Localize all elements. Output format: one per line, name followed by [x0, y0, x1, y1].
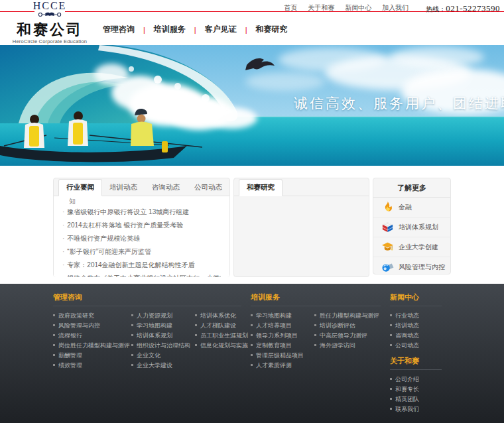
main-nav-item[interactable]: 客户见证 — [196, 24, 245, 35]
footer-link[interactable]: 岗位胜任力模型构建与测评 — [53, 341, 131, 351]
footer-link[interactable]: 政府政策研究 — [53, 311, 131, 321]
tab-company-news[interactable]: 公司动态 — [187, 180, 229, 196]
main-nav-item[interactable]: 培训服务 — [145, 24, 194, 35]
footer-link-label: 企业文化 — [137, 352, 160, 359]
square-bullet-icon — [195, 344, 197, 346]
footer-link[interactable]: 企业大学建设 — [131, 361, 195, 371]
news-item[interactable]: ·豫省级银行中原银行将设立 13城商行组建 — [62, 206, 221, 219]
news-item[interactable]: ·2014去杠杆将落地 银行资产质量受考验 — [62, 219, 221, 232]
square-bullet-icon — [390, 408, 392, 410]
footer-subcolumn: 人力资源规划学习地图构建培训体系规划组织设计与治理结构企业文化企业大学建设 — [131, 311, 195, 371]
footer-link-label: 中高层领导力测评 — [320, 332, 367, 339]
footer-section-columns: 学习地图构建人才培养项目领导力系列项目定制教育项目管理层级精品项目人才素质评测胜… — [251, 311, 390, 371]
footer-section: 培训服务学习地图构建人才培养项目领导力系列项目定制教育项目管理层级精品项目人才素… — [251, 292, 390, 371]
footer-link[interactable]: 行业动态 — [390, 311, 451, 321]
research-content-empty — [234, 196, 369, 276]
footer-link[interactable]: 学习地图构建 — [131, 321, 195, 331]
square-bullet-icon — [251, 334, 253, 336]
footer-link[interactable]: 人才素质评测 — [251, 361, 314, 371]
footer-section-columns: 政府政策研究风险管理与内控流程银行岗位胜任力模型构建与测评薪酬管理绩效管理人力资… — [53, 311, 251, 371]
utility-nav-item[interactable]: 新闻中心 — [345, 3, 371, 13]
footer-link[interactable]: 中高层领导力测评 — [314, 331, 390, 341]
footer-link-label: 薪酬管理 — [58, 352, 82, 359]
bullet-icon: · — [62, 261, 64, 269]
learn-more-item[interactable]: 培训体系规划 — [373, 217, 450, 237]
tab-hecsai-research[interactable]: 和赛研究 — [239, 179, 283, 196]
logo-subtitle: HeroCircle Corporate Education — [11, 38, 89, 44]
learn-more-item[interactable]: 企业大学创建 — [373, 237, 450, 257]
footer-link[interactable]: 咨询动态 — [390, 331, 451, 341]
hotline: 热线：021-52273590 — [426, 2, 500, 14]
square-bullet-icon — [131, 364, 133, 366]
bullet-icon: · — [62, 221, 64, 229]
corporate-university-icon — [381, 241, 394, 253]
square-bullet-icon — [314, 334, 316, 336]
main-nav-item[interactable]: 和赛研究 — [247, 24, 296, 35]
footer-link[interactable]: 胜任力模型构建与测评 — [314, 311, 390, 321]
news-item[interactable]: ·专家：2014金融创新主题是化解结构性矛盾 — [62, 259, 221, 272]
footer-link-label: 学习地图构建 — [256, 312, 292, 319]
news-item[interactable]: ·“影子银行”可能迎来严厉监管 — [62, 245, 221, 259]
news-item-partial-top: 知 — [62, 197, 221, 206]
learn-more-item[interactable]: 金融 — [373, 198, 450, 217]
footer-link[interactable]: 学习地图构建 — [251, 311, 314, 321]
footer-link[interactable]: 精英团队 — [390, 394, 451, 404]
learn-more-item-label: 培训体系规划 — [399, 223, 438, 232]
footer-link[interactable]: 风险管理与内控 — [53, 321, 131, 331]
footer-link[interactable]: 薪酬管理 — [53, 351, 131, 361]
footer-link[interactable]: 培训诊断评估 — [314, 321, 390, 331]
bullet-icon: · — [62, 235, 64, 242]
footer-link[interactable]: 和赛专长 — [390, 385, 451, 394]
square-bullet-icon — [390, 334, 392, 336]
footer-link-label: 学习地图构建 — [137, 322, 172, 329]
utility-nav-item[interactable]: 首页 — [284, 3, 297, 13]
footer-link[interactable]: 人力资源规划 — [131, 311, 195, 321]
footer-section: 新闻中心行业动态培训动态咨询动态公司动态 — [390, 292, 451, 351]
utility-nav-item[interactable]: 加入我们 — [382, 3, 409, 13]
hotline-label: 热线： — [426, 5, 446, 13]
footer-link-label: 组织设计与治理结构 — [137, 342, 190, 349]
square-bullet-icon — [251, 324, 253, 326]
learn-more-panel: 了解更多 金融培训体系规划企业大学创建风险管理与内控 — [373, 178, 451, 274]
news-item[interactable]: ·银监会发布《关于中小商业银行设立社区支行、小微支行有关事项的通 — [62, 272, 221, 277]
learn-more-item[interactable]: 风险管理与内控 — [373, 257, 450, 276]
tab-industry-news[interactable]: 行业要闻 — [58, 179, 102, 196]
footer-link[interactable]: 流程银行 — [53, 331, 131, 341]
footer-link[interactable]: 培训动态 — [390, 321, 451, 331]
square-bullet-icon — [314, 344, 316, 346]
footer-link[interactable]: 领导力系列项目 — [251, 331, 314, 341]
news-item[interactable]: ·不唯银行资产规模论英雄 — [62, 232, 221, 245]
footer-section: 关于和赛公司介绍和赛专长精英团队联系我们 — [390, 356, 451, 414]
main-nav-item[interactable]: 管理咨询 — [94, 24, 143, 35]
footer-subcolumn: 培训体系优化人才梯队建设员工职业生涯规划信息化规划与实施 — [195, 311, 251, 371]
logo[interactable]: HCCE 和赛公司 HeroCircle Corporate Education — [11, 0, 89, 44]
footer-link[interactable]: 公司动态 — [390, 341, 451, 351]
square-bullet-icon — [53, 314, 55, 316]
square-bullet-icon — [53, 354, 55, 356]
footer-link[interactable]: 绩效管理 — [53, 361, 131, 371]
tab-training-news[interactable]: 培训动态 — [102, 180, 145, 196]
footer-section-title: 新闻中心 — [390, 292, 442, 306]
footer-link-label: 企业大学建设 — [137, 362, 172, 369]
footer-link[interactable]: 企业文化 — [131, 351, 195, 361]
tab-consulting-news[interactable]: 咨询动态 — [145, 180, 187, 196]
footer-link[interactable]: 培训体系优化 — [195, 311, 251, 321]
utility-nav: 首页关于和赛新闻中心加入我们 — [273, 3, 409, 13]
footer-link[interactable]: 海外游学访问 — [314, 341, 390, 351]
footer-link[interactable]: 人才培养项目 — [251, 321, 314, 331]
risk-control-icon — [381, 261, 394, 273]
footer-link[interactable]: 公司介绍 — [390, 375, 451, 385]
footer-link[interactable]: 员工职业生涯规划 — [195, 331, 251, 341]
footer-link[interactable]: 信息化规划与实施 — [195, 341, 251, 351]
footer-link[interactable]: 培训体系规划 — [131, 331, 195, 341]
footer-link[interactable]: 组织设计与治理结构 — [131, 341, 195, 351]
footer-link[interactable]: 联系我们 — [390, 404, 451, 414]
footer-columns: 管理咨询政府政策研究风险管理与内控流程银行岗位胜任力模型构建与测评薪酬管理绩效管… — [53, 292, 451, 420]
footer-link[interactable]: 定制教育项目 — [251, 341, 314, 351]
footer-link-label: 岗位胜任力模型构建与测评 — [58, 342, 130, 349]
utility-nav-item[interactable]: 关于和赛 — [308, 3, 334, 13]
footer-link[interactable]: 管理层级精品项目 — [251, 351, 314, 361]
square-bullet-icon — [131, 354, 133, 356]
news-item-text: “影子银行”可能迎来严厉监管 — [67, 248, 151, 255]
footer-link[interactable]: 人才梯队建设 — [195, 321, 251, 331]
